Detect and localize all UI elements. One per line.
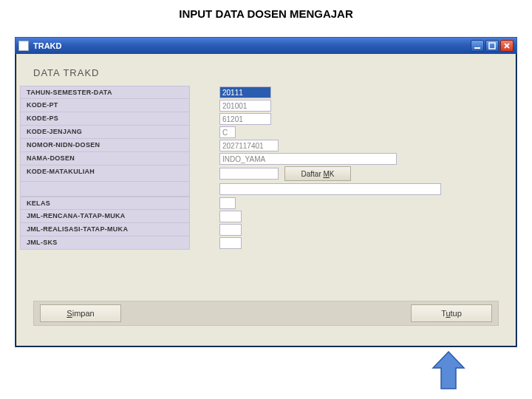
close-button[interactable] bbox=[500, 40, 514, 52]
close-icon bbox=[503, 42, 511, 50]
maximize-icon bbox=[488, 42, 496, 50]
input-kode-jenjang[interactable] bbox=[219, 126, 236, 138]
form-area: TAHUN-SEMESTER-DATA KODE-PT KODE-PS KODE… bbox=[20, 86, 512, 250]
titlebar: TRAKD bbox=[16, 38, 516, 54]
input-mk-desc[interactable] bbox=[219, 183, 441, 195]
input-nama-dosen[interactable] bbox=[219, 153, 397, 165]
input-kode-ps[interactable] bbox=[219, 113, 271, 125]
label-kode-mk: KODE-MATAKULIAH bbox=[20, 166, 190, 182]
minimize-icon bbox=[474, 42, 481, 50]
daftar-mk-button[interactable]: Daftar MK bbox=[284, 166, 351, 181]
label-jml-sks: JML-SKS bbox=[20, 236, 190, 250]
input-kode-pt[interactable] bbox=[219, 100, 271, 112]
app-icon bbox=[18, 41, 29, 51]
bottom-bar: Simpan Tutup bbox=[33, 301, 499, 326]
label-nomor-nidn: NOMOR-NIDN-DOSEN bbox=[20, 139, 190, 152]
label-kelas: KELAS bbox=[20, 197, 190, 210]
svg-rect-0 bbox=[474, 47, 480, 49]
input-jml-realisasi[interactable] bbox=[219, 224, 242, 236]
simpan-button[interactable]: Simpan bbox=[40, 304, 121, 322]
window-client: DATA TRAKD TAHUN-SEMESTER-DATA KODE-PT K… bbox=[20, 58, 512, 342]
input-kode-mk[interactable] bbox=[219, 168, 279, 180]
input-jml-sks[interactable] bbox=[219, 237, 242, 249]
label-nama-dosen: NAMA-DOSEN bbox=[20, 152, 190, 166]
maximize-button[interactable] bbox=[485, 40, 499, 52]
section-title: DATA TRAKD bbox=[20, 58, 512, 86]
label-kode-pt: KODE-PT bbox=[20, 99, 190, 112]
svg-rect-1 bbox=[489, 43, 495, 49]
input-kelas[interactable] bbox=[219, 197, 236, 209]
input-jml-rencana[interactable] bbox=[219, 211, 242, 222]
label-kode-jenjang: KODE-JENJANG bbox=[20, 126, 190, 139]
window-title: TRAKD bbox=[33, 41, 62, 50]
label-kode-ps: KODE-PS bbox=[20, 112, 190, 126]
label-jml-realisasi: JML-REALISASI-TATAP-MUKA bbox=[20, 223, 190, 236]
label-gap bbox=[20, 182, 190, 197]
minimize-button[interactable] bbox=[471, 40, 484, 52]
label-tahun-semester: TAHUN-SEMESTER-DATA bbox=[20, 86, 190, 99]
input-nomor-nidn[interactable] bbox=[219, 140, 279, 151]
page-heading: INPUT DATA DOSEN MENGAJAR bbox=[0, 0, 532, 24]
input-tahun-semester[interactable] bbox=[219, 86, 271, 98]
tutup-button[interactable]: Tutup bbox=[411, 304, 492, 322]
label-jml-rencana: JML-RENCANA-TATAP-MUKA bbox=[20, 210, 190, 223]
up-arrow-icon bbox=[432, 350, 466, 393]
app-window: TRAKD DATA TRAKD TAHUN-SEMESTER-DATA KOD… bbox=[15, 37, 517, 347]
